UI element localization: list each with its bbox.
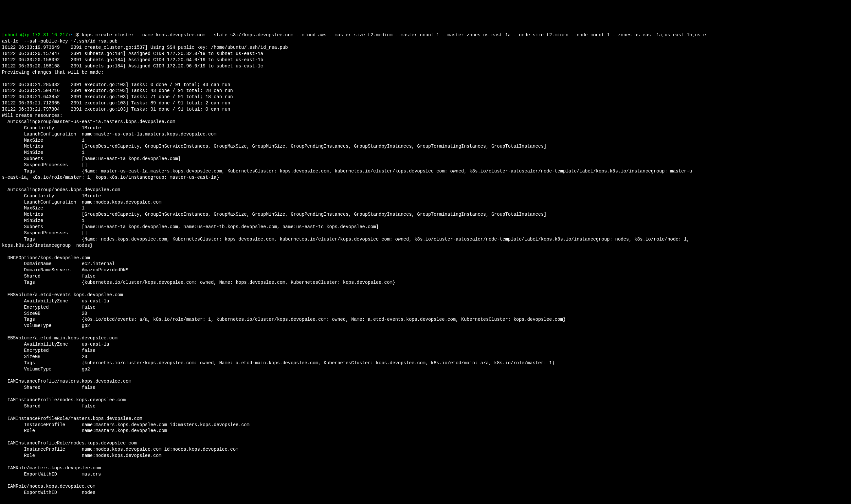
- command-line: kops create cluster --name kops.devopsle…: [82, 32, 706, 38]
- prompt-dollar: $: [76, 32, 82, 38]
- prompt-user-host: ubuntu@ip-172-31-16-217: [4, 32, 68, 38]
- prompt-close-bracket: ]: [73, 32, 76, 38]
- terminal-window[interactable]: [ubuntu@ip-172-31-16-217:~]$ kops create…: [0, 31, 851, 497]
- command-line-continuation: ast-1c --ssh-public-key ~/.ssh/id_rsa.pu…: [2, 39, 117, 44]
- terminal-output: I0122 06:33:19.973649 2391 create_cluste…: [2, 44, 849, 496]
- prompt-colon: :: [68, 32, 71, 38]
